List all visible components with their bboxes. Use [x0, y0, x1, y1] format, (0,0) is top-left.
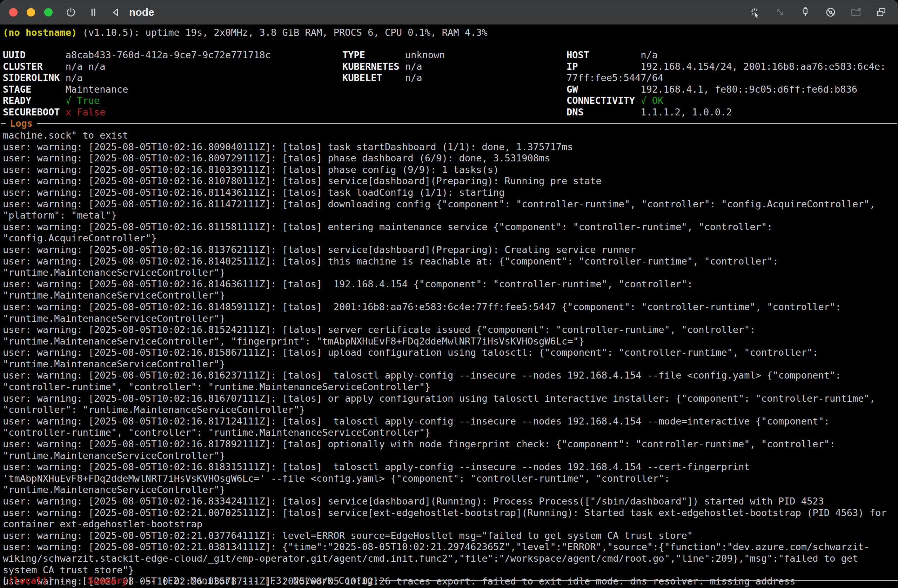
summary-row: CONNECTIVITY√ OK — [566, 95, 886, 107]
logs-rule-left — [1, 123, 6, 124]
field-label: SECUREBOOT — [3, 107, 66, 118]
field-label: CLUSTER — [3, 61, 66, 72]
log-line: user: warning: [2025-08-05T10:02:16.8114… — [3, 199, 897, 222]
bottombar-item[interactable]: [Summary] — [82, 575, 133, 586]
bar-separator: --- — [133, 575, 162, 586]
log-line: user: warning: [2025-08-05T10:02:16.8146… — [3, 279, 897, 302]
log-line: user: warning: [2025-08-05T10:02:16.8115… — [3, 222, 897, 244]
minimize-button[interactable] — [27, 8, 35, 17]
log-line: user: warning: [2025-08-05T10:02:16.8140… — [3, 256, 897, 279]
summary-column-kube: TYPEunknownKUBERNETESn/aKUBELETn/a — [342, 49, 445, 84]
summary-row: 77ff:fee5:5447/64 — [566, 72, 886, 84]
summary-row: DNS1.1.1.2, 1.0.0.2 — [566, 107, 886, 118]
power-icon[interactable] — [64, 5, 78, 19]
log-line: user: warning: [2025-08-05T10:02:16.8148… — [3, 302, 897, 324]
logs-rule-right — [37, 123, 897, 124]
summary-row: GW192.168.4.1, fe80::9c05:d6ff:fe6d:b836 — [566, 84, 886, 95]
field-value: 77ff:fee5:5447/64 — [566, 72, 663, 83]
usb-icon[interactable] — [798, 5, 812, 19]
titlebar-left-actions — [64, 5, 123, 19]
log-line: user: warning: [2025-08-05T10:02:16.8171… — [3, 416, 897, 439]
window-title: node — [129, 6, 154, 18]
field-value: 192.168.4.154/24, 2001:16b8:aa76:e583:6c… — [641, 61, 886, 72]
field-label: UUID — [3, 49, 66, 61]
pause-icon[interactable] — [86, 5, 100, 19]
summary-row: SIDEROLINKn/a — [3, 72, 271, 84]
logs-section-header: Logs — [1, 118, 897, 129]
log-line: user: warning: [2025-08-05T10:02:16.8152… — [3, 324, 897, 347]
bar-separator: --- — [53, 575, 82, 586]
field-label: SIDEROLINK — [3, 72, 66, 84]
summary-row: STAGEMaintenance — [3, 84, 271, 95]
window-controls — [9, 8, 52, 17]
field-value: unknown — [405, 49, 445, 60]
logs-title: Logs — [10, 118, 32, 129]
host-status-line: (no hostname) (v1.10.5): uptime 19s, 2x0… — [3, 27, 487, 38]
log-output: machine.sock" to existuser: warning: [20… — [3, 130, 897, 587]
summary-row: TYPEunknown — [342, 49, 445, 61]
field-value: n/a — [641, 49, 658, 60]
field-label: HOST — [566, 49, 641, 61]
log-line: user: warning: [2025-08-05T10:02:16.8137… — [3, 244, 897, 256]
summary-row: IP192.168.4.154/24, 2001:16b8:aa76:e583:… — [566, 61, 886, 72]
field-label: GW — [566, 84, 641, 95]
vm-window: node (no hostname) (v1.10.5): uptim — [0, 0, 898, 588]
field-value: √ OK — [641, 95, 663, 106]
titlebar-right-actions — [748, 5, 888, 19]
field-label: IP — [566, 61, 641, 72]
multi-display-icon[interactable] — [874, 5, 888, 19]
log-line: user: warning: [2025-08-05T10:02:16.8097… — [3, 152, 897, 164]
log-line: user: warning: [2025-08-05T10:02:21.0070… — [3, 507, 897, 530]
field-value: n/a — [66, 72, 83, 83]
summary-row: KUBERNETESn/a — [342, 61, 445, 72]
log-line: user: warning: [2025-08-05T10:02:16.8103… — [3, 164, 897, 176]
field-value: √ True — [66, 95, 100, 106]
capture-cursor-icon[interactable] — [748, 5, 762, 19]
cd-disc-icon[interactable] — [824, 5, 838, 19]
summary-row: CLUSTERn/a n/a — [3, 61, 271, 72]
summary-row: READY√ True — [3, 95, 271, 107]
bottombar-item[interactable]: [F2: Monitor] — [162, 575, 236, 586]
shared-folder-icon[interactable] — [849, 5, 863, 19]
bottombar-item[interactable]: [(local)] — [2, 575, 53, 586]
field-label: CONNECTIVITY — [566, 95, 641, 107]
log-line: user: warning: [2025-08-05T10:02:16.8334… — [3, 496, 897, 507]
field-value: n/a n/a — [66, 61, 106, 72]
log-line: user: warning: [2025-08-05T10:02:16.8183… — [3, 461, 897, 496]
field-value: x False — [66, 107, 106, 117]
back-triangle-icon[interactable] — [109, 5, 123, 19]
bottombar-item[interactable]: [F3: Network Config] — [264, 575, 378, 586]
summary-row: KUBELETn/a — [342, 72, 445, 84]
field-value: 192.168.4.1, fe80::9c05:d6ff:fe6d:b836 — [641, 84, 857, 95]
log-line: user: warning: [2025-08-05T10:02:21.0377… — [3, 530, 897, 542]
log-line: user: warning: [2025-08-05T10:02:16.8090… — [3, 142, 897, 153]
field-value: Maintenance — [66, 84, 128, 95]
log-line: user: warning: [2025-08-05T10:02:16.8162… — [3, 370, 897, 393]
log-line: user: warning: [2025-08-05T10:02:16.8167… — [3, 393, 897, 416]
terminal-screen[interactable]: (no hostname) (v1.10.5): uptime 19s, 2x0… — [0, 25, 898, 588]
host-info: (v1.10.5): uptime 19s, 2x0MHz, 3.8 GiB R… — [77, 27, 487, 38]
hostname: (no hostname) — [3, 27, 77, 38]
log-line: machine.sock" to exist — [3, 130, 897, 142]
log-line: user: warning: [2025-08-05T10:02:16.8114… — [3, 187, 897, 199]
field-label: KUBERNETES — [342, 61, 405, 72]
field-value: n/a — [405, 61, 422, 72]
summary-row: SECUREBOOTx False — [3, 107, 271, 118]
close-button[interactable] — [9, 8, 17, 17]
bottom-menu-bar: [(local)] --- [Summary] --- [F2: Monitor… — [2, 575, 898, 586]
field-label: KUBELET — [342, 72, 405, 84]
titlebar: node — [0, 0, 898, 25]
field-label: TYPE — [342, 49, 405, 61]
bar-separator: --- — [236, 575, 264, 586]
zoom-button[interactable] — [44, 8, 52, 17]
log-line: user: warning: [2025-08-05T10:02:21.0381… — [3, 541, 897, 576]
field-value: a8cab433-760d-412a-9ce7-9c72e771718c — [66, 49, 271, 60]
field-value: 1.1.1.2, 1.0.0.2 — [641, 107, 732, 117]
resize-icon[interactable] — [773, 5, 787, 19]
summary-column-node: UUIDa8cab433-760d-412a-9ce7-9c72e771718c… — [3, 49, 271, 118]
log-line: user: warning: [2025-08-05T10:02:16.8107… — [3, 175, 897, 187]
field-label: STAGE — [3, 84, 66, 95]
log-line: user: warning: [2025-08-05T10:02:16.8158… — [3, 347, 897, 370]
field-label: DNS — [566, 107, 641, 118]
summary-row: HOSTn/a — [566, 49, 886, 61]
